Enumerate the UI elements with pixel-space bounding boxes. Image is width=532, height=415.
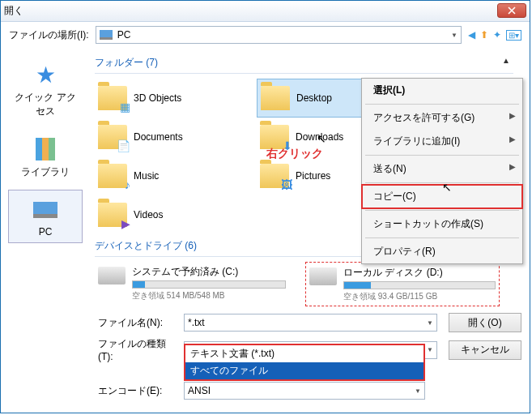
folder-item[interactable]: ▶Videos — [95, 195, 257, 234]
encoding-label: エンコード(E): — [98, 384, 179, 398]
folder-item[interactable]: ▦3D Objects — [95, 79, 257, 118]
context-menu-item[interactable]: アクセスを許可する(G)▶ — [362, 106, 522, 130]
filename-label: ファイル名(N): — [98, 316, 179, 330]
chevron-right-icon: ▶ — [509, 111, 516, 120]
menu-separator — [365, 237, 519, 238]
menu-separator — [365, 104, 519, 105]
encoding-combo[interactable]: ANSI ▼ — [184, 382, 425, 400]
titlebar: 開く — [1, 1, 530, 22]
context-menu-item[interactable]: ライブラリに追加(I)▶ — [362, 130, 522, 153]
storage-bar — [343, 281, 496, 289]
sidebar-label: PC — [39, 226, 53, 237]
folder-icon: ♪ — [98, 164, 127, 188]
close-button[interactable] — [497, 3, 526, 18]
folder-item[interactable]: 📄Documents — [95, 118, 257, 156]
folder-label: Documents — [134, 131, 183, 143]
filetype-option[interactable]: テキスト文書 (*.txt) — [185, 345, 423, 362]
chevron-right-icon: ▶ — [509, 162, 516, 171]
filetype-label: ファイルの種類(T): — [98, 337, 179, 362]
folder-label: Downloads — [296, 131, 343, 143]
folder-icon: ⬇ — [260, 125, 289, 149]
pc-icon — [31, 195, 60, 225]
new-folder-icon[interactable]: ✦ — [493, 29, 501, 41]
chevron-down-icon: ▼ — [415, 387, 421, 395]
drive-free: 空き領域 93.4 GB/115 GB — [343, 291, 496, 302]
drive-item[interactable]: システムで予約済み (C:)空き領域 514 MB/548 MB — [95, 262, 289, 306]
view-icon[interactable]: ⊞▾ — [506, 30, 521, 41]
drive-icon — [309, 267, 337, 285]
context-menu-item[interactable]: 選択(L) — [362, 79, 522, 102]
location-label: ファイルの場所(I): — [9, 28, 89, 42]
chevron-down-icon: ▼ — [427, 319, 433, 327]
folder-label: 3D Objects — [134, 92, 181, 104]
context-menu-item[interactable]: ショートカットの作成(S) — [362, 212, 522, 236]
sidebar-item-library[interactable]: ライブラリ — [8, 129, 83, 185]
annotation-rightclick: 右クリック — [266, 147, 323, 161]
up-icon[interactable]: ⬆ — [480, 29, 488, 41]
storage-bar — [132, 280, 286, 289]
sidebar-item-quickaccess[interactable]: ★ クイック アクセス — [8, 54, 83, 124]
sidebar: ★ クイック アクセス ライブラリ PC — [1, 48, 90, 315]
folders-header[interactable]: フォルダー (7) ▲ — [95, 51, 513, 74]
sidebar-label: クイック アクセス — [11, 91, 80, 118]
toolbar-icons: ◀ ⬆ ✦ ⊞▾ — [468, 29, 521, 41]
toolbar: ファイルの場所(I): PC ▼ ◀ ⬆ ✦ ⊞▾ — [1, 22, 530, 48]
folder-label: Videos — [134, 209, 163, 220]
chevron-down-icon: ▼ — [451, 32, 458, 39]
menu-separator — [365, 210, 519, 211]
open-button[interactable]: 開く(O) — [449, 313, 521, 332]
folder-label: Music — [134, 170, 159, 182]
drive-name: ローカル ディスク (D:) — [343, 266, 496, 280]
location-combo[interactable]: PC ▼ — [96, 26, 462, 44]
sidebar-item-pc[interactable]: PC — [8, 190, 83, 243]
folder-icon — [261, 86, 290, 110]
location-value: PC — [117, 29, 131, 41]
chevron-up-icon[interactable]: ▲ — [502, 56, 510, 65]
cancel-button[interactable]: キャンセル — [449, 340, 521, 360]
folder-icon: ▦ — [98, 86, 127, 110]
chevron-down-icon: ▼ — [427, 346, 433, 353]
folder-icon: 🖼 — [260, 164, 289, 188]
chevron-right-icon: ▶ — [509, 135, 516, 143]
menu-separator — [365, 155, 519, 156]
context-menu-item[interactable]: 送る(N)▶ — [362, 157, 522, 181]
folder-label: Pictures — [296, 170, 330, 182]
context-menu-item[interactable]: プロパティ(R) — [362, 240, 522, 263]
folder-label: Desktop — [296, 92, 332, 104]
pc-icon — [100, 30, 113, 40]
bottom-panel: ファイル名(N): *.txt ▼ 開く(O) ファイルの種類(T): テキスト… — [1, 308, 530, 413]
open-dialog: 開く ファイルの場所(I): PC ▼ ◀ ⬆ ✦ ⊞▾ ★ クイック アクセス — [0, 0, 530, 413]
folder-icon: ▶ — [98, 203, 127, 227]
filetype-option[interactable]: すべてのファイル — [185, 362, 423, 379]
folder-icon: 📄 — [98, 125, 127, 149]
drive-icon — [98, 267, 126, 285]
menu-separator — [365, 182, 519, 183]
filetype-dropdown: テキスト文書 (*.txt) すべてのファイル — [184, 344, 425, 381]
window-title: 開く — [4, 4, 23, 18]
library-icon — [31, 135, 60, 164]
drive-free: 空き領域 514 MB/548 MB — [132, 290, 286, 302]
context-menu-item[interactable]: コピー(C) — [362, 185, 522, 208]
drive-item[interactable]: ローカル ディスク (D:)空き領域 93.4 GB/115 GB — [305, 262, 500, 306]
folder-item[interactable]: ♪Music — [95, 156, 257, 195]
back-icon[interactable]: ◀ — [468, 29, 475, 41]
drive-name: システムで予約済み (C:) — [132, 265, 286, 279]
filename-input[interactable]: *.txt ▼ — [184, 314, 437, 332]
star-icon: ★ — [31, 60, 60, 89]
sidebar-label: ライブラリ — [21, 165, 70, 179]
context-menu: 選択(L)アクセスを許可する(G)▶ライブラリに追加(I)▶送る(N)▶コピー(… — [361, 78, 523, 264]
